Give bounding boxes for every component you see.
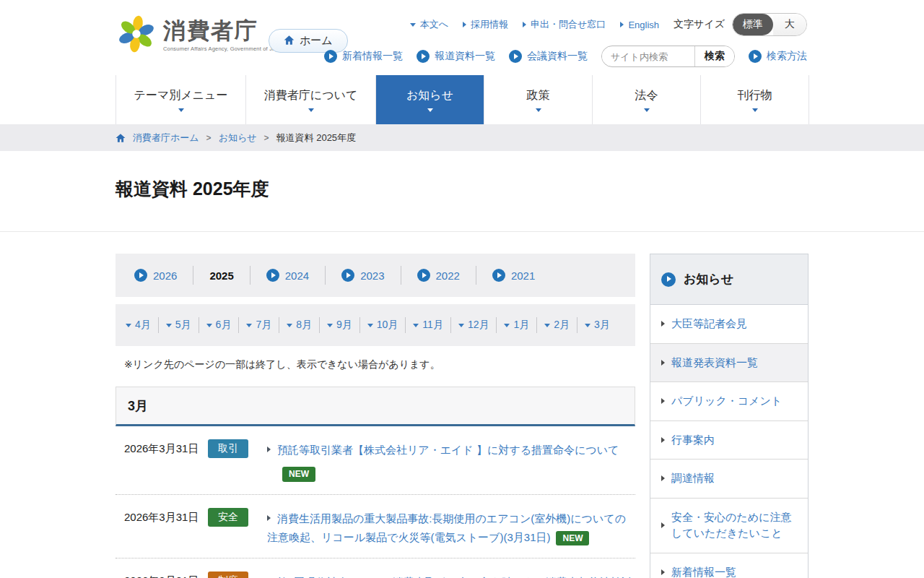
month-link-10[interactable]: 10月	[360, 317, 406, 333]
english-link[interactable]: English	[620, 20, 659, 30]
pinwheel-logo-icon	[117, 14, 156, 56]
sidebar-item-public-comment[interactable]: パブリック・コメント	[650, 382, 808, 421]
chevron-down-icon	[206, 324, 212, 327]
sidebar-item-new-info[interactable]: 新着情報一覧	[650, 553, 808, 578]
play-circle-icon	[509, 50, 522, 63]
month-link-1[interactable]: 1月	[497, 317, 537, 333]
arrow-right-icon	[661, 475, 665, 481]
news-date: 2026年3月31日	[124, 439, 208, 456]
arrow-right-icon	[267, 447, 271, 452]
new-info-list-link[interactable]: 新着情報一覧	[324, 50, 403, 63]
arrow-right-icon	[661, 569, 665, 575]
sidebar-item-press-releases[interactable]: 報道発表資料一覧	[650, 344, 808, 383]
new-badge: NEW	[556, 531, 589, 545]
nav-news[interactable]: お知らせ	[376, 75, 484, 124]
arrow-right-icon	[661, 321, 665, 327]
year-tab-2022[interactable]: 2022	[401, 266, 476, 285]
site-search: 検索	[601, 46, 735, 67]
year-tab-2025-current: 2025	[193, 266, 250, 285]
month-link-4[interactable]: 4月	[118, 317, 159, 333]
month-link-11[interactable]: 11月	[406, 317, 451, 333]
chevron-down-icon	[458, 324, 464, 327]
month-link-3[interactable]: 3月	[578, 317, 617, 333]
breadcrumb-home-link[interactable]: 消費者庁ホーム	[133, 131, 199, 144]
sidebar-item-press-conference[interactable]: 大臣等記者会見	[650, 305, 808, 344]
month-link-5[interactable]: 5月	[159, 317, 199, 333]
month-section-heading: 3月	[116, 387, 635, 426]
breadcrumb-news-link[interactable]: お知らせ	[219, 131, 257, 144]
recruit-link[interactable]: 採用情報	[463, 18, 508, 31]
chevron-down-icon	[367, 324, 373, 327]
news-row: 2026年3月31日 制度 第7回現代社会における消費者取引の在り方を踏まえた消…	[116, 558, 635, 578]
agency-name-english: Consumer Affairs Agency, Government of J…	[163, 46, 285, 52]
year-tab-2026[interactable]: 2026	[118, 266, 193, 285]
breadcrumb-current: 報道資料 2025年度	[276, 131, 357, 144]
play-circle-icon	[134, 269, 147, 282]
chevron-down-icon	[413, 324, 419, 327]
chevron-down-icon	[427, 108, 433, 112]
news-list: 2026年3月31日 取引 預託等取引業者【株式会社リア・エイド 】に対する措置…	[116, 426, 635, 578]
nav-theme-menu[interactable]: テーマ別メニュー	[116, 75, 246, 124]
month-link-6[interactable]: 6月	[199, 317, 240, 333]
nav-publications[interactable]: 刊行物	[701, 75, 809, 124]
new-badge: NEW	[282, 467, 315, 481]
sidebar-item-safety-caution[interactable]: 安全・安心のために注意していただきたいこと	[650, 499, 808, 553]
month-links: 4月 5月 6月 7月 8月 9月 10月 11月 12月 1月 2月 3月	[116, 304, 635, 346]
news-date: 2026年3月31日	[124, 508, 208, 525]
sidebar-item-events[interactable]: 行事案内	[650, 421, 808, 460]
press-materials-list-link[interactable]: 報道資料一覧	[417, 50, 495, 63]
category-badge-safety: 安全	[208, 508, 248, 527]
month-link-8[interactable]: 8月	[279, 317, 320, 333]
play-circle-icon	[417, 269, 430, 282]
play-circle-icon	[492, 269, 505, 282]
play-circle-icon	[266, 269, 279, 282]
category-badge-system: 制度	[208, 571, 248, 578]
news-row: 2026年3月31日 取引 預託等取引業者【株式会社リア・エイド 】に対する措置…	[116, 426, 635, 495]
nav-policy[interactable]: 政策	[484, 75, 593, 124]
month-link-12[interactable]: 12月	[451, 317, 497, 333]
arrow-right-icon	[661, 522, 665, 528]
news-row: 2026年3月31日 安全 消費生活用製品の重大製品事故:長期使用のエアコン(室…	[116, 495, 635, 559]
arrow-right-icon	[661, 437, 665, 443]
chevron-down-icon	[504, 324, 510, 327]
arrow-right-icon	[267, 515, 271, 521]
month-link-9[interactable]: 9月	[320, 317, 360, 333]
news-date: 2026年3月31日	[124, 571, 208, 578]
chevron-down-icon	[308, 108, 314, 112]
home-icon	[116, 133, 126, 143]
home-icon	[284, 35, 295, 48]
quick-links: 新着情報一覧 報道資料一覧 会議資料一覧 検索 検索方法	[324, 46, 807, 67]
month-link-7[interactable]: 7月	[239, 317, 279, 333]
chevron-down-icon	[126, 324, 131, 327]
year-tab-2023[interactable]: 2023	[326, 266, 401, 285]
search-button[interactable]: 検索	[694, 46, 734, 66]
chevron-down-icon	[585, 324, 590, 327]
font-size-large-button[interactable]: 大	[773, 14, 806, 35]
chevron-down-icon	[166, 324, 172, 327]
chevron-down-icon	[327, 324, 333, 327]
nav-about-caa[interactable]: 消費者庁について	[246, 75, 376, 124]
search-help-link[interactable]: 検索方法	[749, 50, 807, 63]
news-link[interactable]: 預託等取引業者【株式会社リア・エイド 】に対する措置命令について	[277, 444, 619, 456]
agency-logo[interactable]: 消費者庁 Consumer Affairs Agency, Government…	[117, 14, 285, 56]
arrow-right-icon	[463, 22, 466, 27]
font-size-standard-button[interactable]: 標準	[733, 14, 773, 35]
year-tab-2024[interactable]: 2024	[250, 266, 326, 285]
month-link-2[interactable]: 2月	[537, 317, 578, 333]
search-input[interactable]	[602, 51, 694, 62]
year-tab-2021[interactable]: 2021	[476, 266, 551, 285]
main-nav: テーマ別メニュー 消費者庁について お知らせ 政策 法令 刊行物	[116, 75, 809, 124]
meeting-materials-list-link[interactable]: 会議資料一覧	[509, 50, 588, 63]
play-circle-icon	[749, 50, 762, 63]
arrow-right-icon	[620, 22, 624, 27]
skip-to-content-link[interactable]: 本文へ	[410, 18, 448, 31]
play-circle-icon	[417, 50, 430, 63]
sidebar-header: お知らせ	[650, 254, 808, 305]
sidebar-item-procurement[interactable]: 調達情報	[650, 460, 808, 499]
arrow-right-icon	[523, 22, 526, 27]
nav-laws[interactable]: 法令	[593, 75, 701, 124]
year-tabs: 2026 2025 2024 2023 2022 2021	[116, 254, 635, 297]
chevron-down-icon	[410, 23, 416, 27]
agency-name: 消費者庁	[163, 19, 285, 43]
inquiry-link[interactable]: 申出・問合せ窓口	[523, 18, 606, 31]
